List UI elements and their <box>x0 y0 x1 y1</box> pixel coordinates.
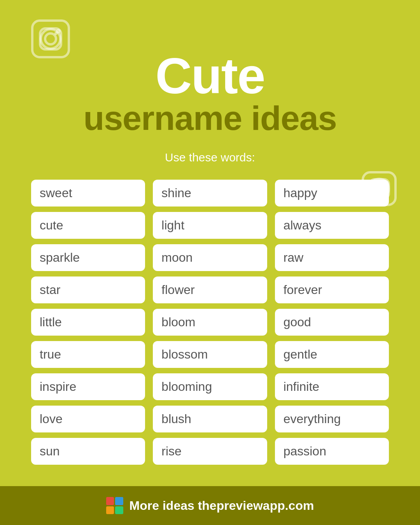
list-item: everything <box>275 406 389 432</box>
list-item: little <box>31 309 145 336</box>
instagram-icon-bottom-right <box>362 171 397 206</box>
list-item: sweet <box>31 180 145 206</box>
list-item: star <box>31 276 145 303</box>
list-item: blush <box>153 406 267 432</box>
preview-app-icon <box>106 497 123 514</box>
list-item: cute <box>31 212 145 239</box>
column-2: shine light moon flower bloom blossom bl… <box>153 180 267 465</box>
column-3: happy always raw forever good gentle inf… <box>275 180 389 465</box>
svg-point-5 <box>383 182 385 185</box>
instagram-icon-top-left <box>31 19 70 58</box>
list-item: true <box>31 341 145 368</box>
svg-point-4 <box>374 184 384 194</box>
title-username-ideas: username ideas <box>83 101 336 135</box>
list-item: passion <box>275 438 389 465</box>
footer: More ideas thepreviewapp.com <box>0 486 420 525</box>
list-item: blossom <box>153 341 267 368</box>
footer-text: More ideas thepreviewapp.com <box>130 499 314 513</box>
list-item: raw <box>275 244 389 271</box>
svg-point-1 <box>45 33 56 44</box>
list-item: shine <box>153 180 267 206</box>
column-1: sweet cute sparkle star little true insp… <box>31 180 145 465</box>
subtitle-text: Use these words: <box>165 151 255 164</box>
list-item: bloom <box>153 309 267 336</box>
svg-rect-0 <box>40 28 61 49</box>
words-grid: sweet cute sparkle star little true insp… <box>31 180 389 465</box>
list-item: sparkle <box>31 244 145 271</box>
list-item: light <box>153 212 267 239</box>
list-item: good <box>275 309 389 336</box>
list-item: inspire <box>31 373 145 400</box>
list-item: forever <box>275 276 389 303</box>
list-item: gentle <box>275 341 389 368</box>
svg-point-2 <box>54 32 58 35</box>
list-item: blooming <box>153 373 267 400</box>
main-content: Cute username ideas Use these words: swe… <box>0 0 420 486</box>
list-item: love <box>31 406 145 432</box>
list-item: rise <box>153 438 267 465</box>
list-item: flower <box>153 276 267 303</box>
title-cute: Cute <box>156 51 265 101</box>
list-item: infinite <box>275 373 389 400</box>
list-item: moon <box>153 244 267 271</box>
list-item: always <box>275 212 389 239</box>
list-item: sun <box>31 438 145 465</box>
svg-rect-3 <box>369 179 389 198</box>
